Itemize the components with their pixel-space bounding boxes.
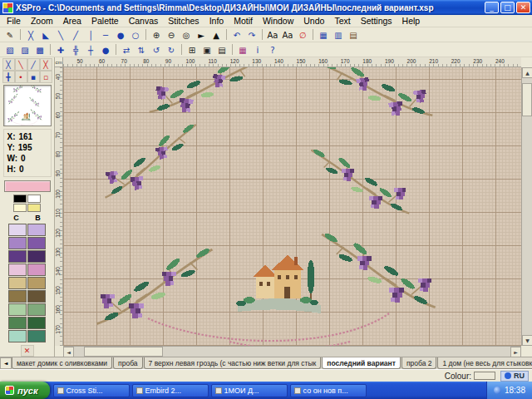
flip-vertical-icon[interactable]: ⇅: [134, 43, 149, 57]
palette-swatch[interactable]: [8, 264, 27, 276]
menu-item-info[interactable]: Info: [204, 15, 229, 27]
taskbar-task-3[interactable]: со он нов п...: [290, 384, 367, 397]
menu-item-area[interactable]: Area: [58, 15, 86, 27]
current-colour-swatch[interactable]: [4, 180, 51, 192]
pattern-tab-0[interactable]: макет домик с оливковками: [12, 357, 112, 369]
cross-icon[interactable]: ✚: [53, 43, 68, 57]
maximize-button[interactable]: □: [500, 2, 515, 13]
quarter-stitch-icon[interactable]: ╱: [68, 28, 83, 42]
vertical-scroll-track[interactable]: [522, 78, 532, 335]
backstitch-icon[interactable]: │: [83, 28, 98, 42]
stitch-quarter-tool[interactable]: ╱: [27, 58, 40, 71]
vertical-scroll-thumb[interactable]: [522, 83, 532, 116]
pattern-view-icon[interactable]: ▩: [32, 43, 47, 57]
rotate-left-icon[interactable]: ↺: [149, 43, 164, 57]
palette-swatch[interactable]: [8, 250, 27, 263]
no-colour-icon[interactable]: ∅: [295, 28, 310, 42]
taskbar-task-0[interactable]: Cross Sti...: [53, 384, 130, 397]
tray-network-icon[interactable]: [494, 387, 501, 394]
menu-item-window[interactable]: Window: [258, 15, 298, 27]
copy-icon[interactable]: ▣: [200, 43, 214, 57]
pattern-tab-5[interactable]: 1 дом (не весь для стыковки): [437, 357, 532, 369]
palette-swatch[interactable]: [8, 224, 27, 236]
stitch-back-tool[interactable]: ╳: [40, 58, 52, 71]
dot-stitch-icon[interactable]: ●: [98, 43, 113, 57]
paste-icon[interactable]: ▤: [214, 43, 229, 57]
flip-horizontal-icon[interactable]: ⇄: [119, 43, 134, 57]
redo-icon[interactable]: ↷: [244, 28, 259, 42]
pattern-tab-2[interactable]: 7 верхн левая гроздь (с частью ниж ветки…: [144, 357, 322, 369]
help-icon[interactable]: ?: [265, 43, 280, 57]
palette-swatch[interactable]: [27, 330, 46, 342]
pattern-tab-3[interactable]: последний вариант: [322, 357, 401, 369]
palette-swatch[interactable]: [27, 264, 46, 276]
tab-scroll-left-icon[interactable]: ◄: [0, 357, 12, 369]
double-cross-icon[interactable]: ╬: [68, 43, 83, 57]
palette-swatch[interactable]: [8, 330, 27, 342]
position-icon[interactable]: ⊞: [185, 43, 200, 57]
palette-swatch[interactable]: [8, 277, 27, 289]
stitch-view-icon[interactable]: ▧: [2, 43, 17, 57]
pattern-tab-4[interactable]: проба 2: [401, 357, 437, 369]
taskbar-task-2[interactable]: 1МОИ Д...: [211, 384, 288, 397]
delete-colour-button[interactable]: ✕: [21, 345, 34, 357]
palette-swatch[interactable]: [8, 303, 27, 316]
bead-icon[interactable]: ○: [128, 28, 143, 42]
palette-swatch[interactable]: [27, 303, 46, 316]
pencil-tool-icon[interactable]: ✎: [2, 28, 17, 42]
menu-item-file[interactable]: File: [2, 15, 26, 27]
palette-swatch[interactable]: [27, 224, 46, 236]
menu-item-help[interactable]: Help: [397, 15, 426, 27]
palette-swatch[interactable]: [27, 237, 46, 249]
minimize-button[interactable]: _: [485, 2, 499, 13]
palette-swatch[interactable]: [27, 277, 46, 289]
fill-tool-icon[interactable]: ▲: [209, 28, 224, 42]
longstitch-icon[interactable]: ─: [98, 28, 113, 42]
quick-swatch[interactable]: [13, 195, 27, 203]
zoom-actual-icon[interactable]: ◎: [179, 28, 194, 42]
undo-icon[interactable]: ↶: [229, 28, 244, 42]
close-button[interactable]: ✕: [516, 2, 530, 13]
select-arrow-icon[interactable]: ►: [194, 28, 209, 42]
stitch-special-tool[interactable]: ▫: [40, 71, 52, 83]
stitch-half-tool[interactable]: ╲: [15, 58, 27, 71]
horizontal-scrollbar[interactable]: ◄ ►: [63, 346, 521, 357]
quick-swatch[interactable]: [13, 204, 27, 212]
grid-toggle-icon[interactable]: ▦: [316, 28, 331, 42]
palette-swatch[interactable]: [8, 290, 27, 303]
info-icon[interactable]: i: [250, 43, 265, 57]
grid-view-icon[interactable]: ▨: [17, 43, 32, 57]
font-latin-icon[interactable]: Aa: [265, 28, 280, 42]
palette-swatch[interactable]: [27, 250, 46, 263]
center-view-icon[interactable]: ▥: [331, 28, 346, 42]
stitch-knot-tool[interactable]: •: [15, 71, 27, 83]
palette-swatch[interactable]: [27, 290, 46, 303]
half-stitch-icon[interactable]: ╲: [53, 28, 68, 42]
menu-item-palette[interactable]: Palette: [86, 15, 124, 27]
rotate-right-icon[interactable]: ↻: [164, 43, 179, 57]
stitch-bead-tool[interactable]: ▪: [27, 71, 40, 83]
start-button[interactable]: пуск: [0, 382, 50, 399]
menu-item-undo[interactable]: Undo: [298, 15, 329, 27]
horizontal-scroll-track[interactable]: [74, 347, 510, 357]
quick-swatch[interactable]: [27, 195, 41, 203]
palette-swatch[interactable]: [8, 237, 27, 249]
taskbar-task-1[interactable]: Embird 2...: [132, 384, 209, 397]
menu-item-canvas[interactable]: Canvas: [124, 15, 164, 27]
scroll-left-icon[interactable]: ◄: [63, 347, 74, 357]
stitch-full-tool[interactable]: ╳: [2, 58, 15, 71]
full-stitch-icon[interactable]: ╳: [23, 28, 38, 42]
zoom-in-icon[interactable]: ⊕: [149, 28, 164, 42]
quick-swatch[interactable]: [27, 204, 41, 212]
scroll-down-icon[interactable]: ▼: [522, 335, 532, 346]
library-icon[interactable]: ▤: [346, 28, 361, 42]
palette-swatch[interactable]: [8, 317, 27, 329]
scroll-right-icon[interactable]: ►: [510, 347, 521, 357]
palette-colors-icon[interactable]: ▦: [235, 43, 250, 57]
menu-item-stitches[interactable]: Stitches: [163, 15, 204, 27]
three-quarter-stitch-icon[interactable]: ◣: [38, 28, 53, 42]
horizontal-scroll-thumb[interactable]: [84, 347, 163, 357]
font-cyrillic-icon[interactable]: Аа: [280, 28, 295, 42]
stitch-petite-tool[interactable]: ╋: [2, 71, 15, 83]
palette-swatch[interactable]: [27, 317, 46, 329]
